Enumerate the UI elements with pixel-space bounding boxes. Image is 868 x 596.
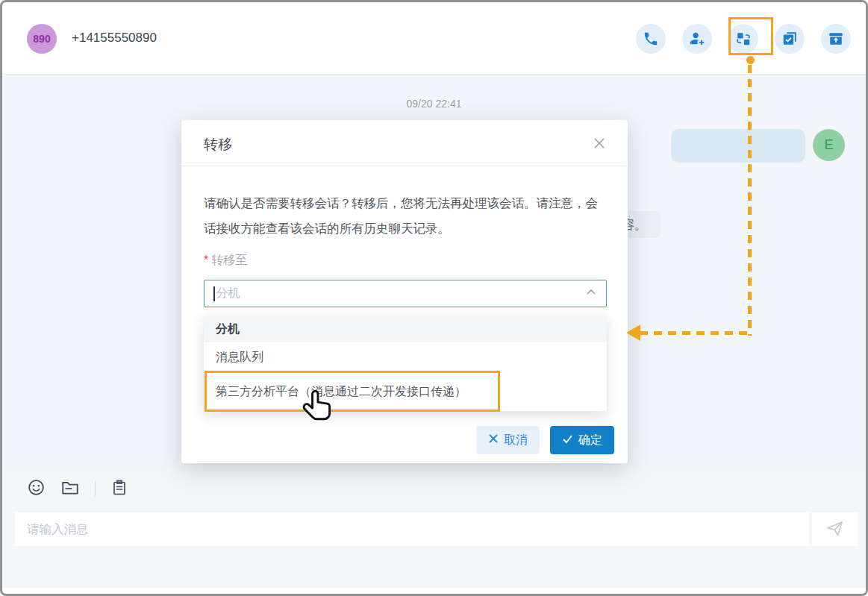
- agent-avatar: E: [813, 129, 845, 161]
- folder-icon: [60, 478, 80, 500]
- send-icon: [825, 518, 845, 541]
- transfer-to-placeholder: 分机: [216, 286, 586, 301]
- transfer-dialog-header: 转移: [181, 120, 628, 166]
- toolbar-divider: [95, 481, 96, 496]
- person-add-icon: [689, 31, 705, 47]
- transfer-dialog-title: 转移: [204, 135, 232, 154]
- transfer-to-select[interactable]: 分机: [204, 280, 607, 307]
- cancel-button-label: 取消: [504, 433, 528, 448]
- dropdown-group-header: 分机: [204, 316, 607, 342]
- bottom-strip: [2, 588, 866, 596]
- message-composer: [2, 471, 866, 588]
- transfer-icon: [735, 31, 752, 47]
- smiley-icon: [27, 478, 46, 499]
- done-check-icon: [781, 31, 798, 47]
- composer-toolbar: [27, 478, 128, 499]
- cancel-x-icon: [488, 433, 499, 447]
- confirm-button[interactable]: 确定: [550, 426, 614, 454]
- header-actions: [636, 24, 851, 54]
- message-timestamp: 09/20 22:41: [2, 98, 866, 110]
- transfer-to-dropdown: 分机 消息队列 第三方分析平台（消息通过二次开发接口传递）: [204, 316, 607, 411]
- dropdown-item-third-party-platform[interactable]: 第三方分析平台（消息通过二次开发接口传递）: [204, 372, 607, 411]
- arrow-start-dot: [746, 56, 755, 64]
- text-caret: [213, 286, 215, 301]
- contact-phone-number: +14155550890: [72, 31, 157, 46]
- message-input[interactable]: [15, 512, 809, 546]
- transfer-confirmation-text: 请确认是否需要转移会话？转移后，您将无法再处理该会话。请注意，会话接收方能查看该…: [204, 190, 607, 241]
- call-button[interactable]: [636, 24, 666, 54]
- archive-button[interactable]: [821, 24, 851, 54]
- contact-avatar: 890: [27, 24, 57, 54]
- transfer-dialog: 转移 请确认是否需要转移会话？转移后，您将无法再处理该会话。请注意，会话接收方能…: [181, 120, 628, 463]
- arrow-head: [626, 324, 640, 341]
- conversation-header: 890 +14155550890: [2, 2, 866, 75]
- transfer-dialog-footer: 取消 确定: [476, 426, 614, 454]
- emoji-button[interactable]: [27, 478, 46, 499]
- outgoing-message-bubble: [671, 129, 805, 163]
- close-icon[interactable]: [589, 134, 610, 154]
- canned-files-button[interactable]: [60, 478, 80, 500]
- phone-icon: [643, 31, 659, 47]
- confirm-check-icon: [562, 433, 573, 448]
- transfer-to-label: *转移至: [204, 253, 247, 269]
- transfer-button[interactable]: [728, 24, 758, 54]
- confirm-button-label: 确定: [578, 433, 602, 448]
- transfer-to-label-text: 转移至: [211, 254, 247, 266]
- contact-avatar-label: 890: [33, 33, 50, 45]
- send-button[interactable]: [812, 512, 858, 546]
- app-window: 890 +14155550890 09/20 22:41 E 容。: [0, 0, 868, 596]
- add-contact-button[interactable]: [682, 24, 712, 54]
- required-marker: *: [204, 254, 208, 266]
- chevron-up-icon: [585, 286, 597, 301]
- dropdown-item-message-queue[interactable]: 消息队列: [204, 342, 607, 372]
- agent-avatar-label: E: [824, 137, 833, 153]
- notes-button[interactable]: [110, 479, 128, 499]
- resolve-button[interactable]: [775, 24, 805, 54]
- cancel-button[interactable]: 取消: [476, 426, 540, 454]
- clipboard-icon: [110, 479, 128, 499]
- archive-up-icon: [828, 31, 844, 47]
